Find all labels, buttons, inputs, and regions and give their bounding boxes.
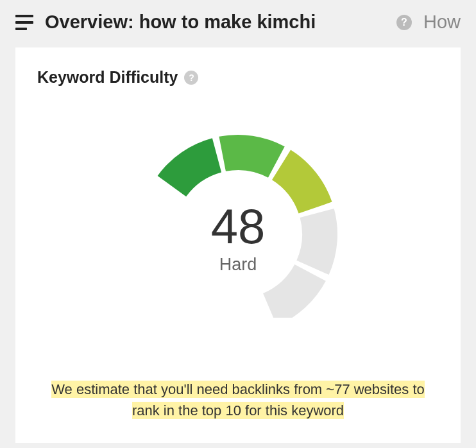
keyword-difficulty-card: Keyword Difficulty ? 48 Hard We estimate… <box>15 47 461 443</box>
card-title: Keyword Difficulty <box>37 68 178 87</box>
page-title: Overview: how to make kimchi <box>45 12 385 33</box>
gauge-label: Hard <box>129 255 347 275</box>
gauge-container: 48 Hard <box>37 119 439 318</box>
nav-overflow[interactable]: How <box>423 12 461 33</box>
card-header: Keyword Difficulty ? <box>37 68 439 87</box>
help-icon[interactable]: ? <box>396 15 412 30</box>
menu-icon[interactable] <box>15 15 33 30</box>
top-bar: Overview: how to make kimchi ? How <box>0 0 476 44</box>
difficulty-gauge: 48 Hard <box>129 119 347 318</box>
help-icon[interactable]: ? <box>184 71 198 85</box>
backlink-estimate-text: We estimate that you'll need backlinks f… <box>51 381 425 419</box>
backlink-estimate: We estimate that you'll need backlinks f… <box>37 379 439 421</box>
gauge-value: 48 <box>129 202 347 251</box>
